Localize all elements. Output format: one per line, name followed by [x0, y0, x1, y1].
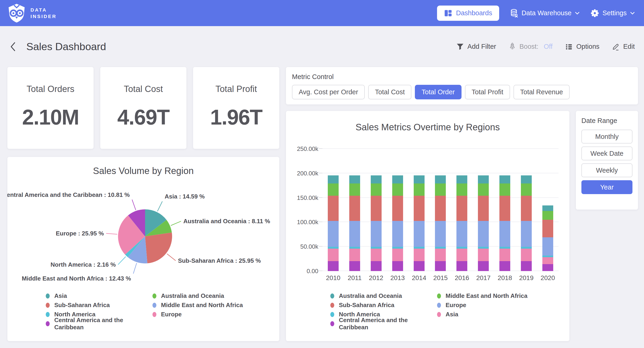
bar-segment-2017-sub-saharan-africa [478, 196, 489, 221]
date-range-button-week-date[interactable]: Week Date [582, 147, 632, 160]
y-axis-tick-label: 100.00k [297, 219, 318, 226]
bar-segment-2020-middle-east-and-north-africa [542, 211, 553, 220]
pie-slice-label-middle-east-and-north-africa: Middle East and North Africa : 12.43 % [22, 275, 131, 282]
date-range-buttons: MonthlyWeek DateWeeklyYear [582, 130, 632, 194]
bar-segment-2020-north-america [542, 256, 553, 257]
bar-segment-2016-asia [456, 249, 467, 261]
pencil-icon [612, 43, 620, 51]
bar-segment-2010-sub-saharan-africa [328, 196, 339, 221]
bar-segment-2013-sub-saharan-africa [392, 196, 403, 221]
date-range-button-weekly[interactable]: Weekly [582, 163, 632, 177]
gear-icon [591, 9, 599, 17]
filter-icon [456, 43, 464, 51]
legend-item-australia-and-oceania[interactable]: Australia and Oceania [152, 293, 243, 299]
legend-item-australia-and-oceania[interactable]: Australia and Oceania [330, 293, 437, 299]
legend-label: Australia and Oceania [339, 292, 402, 299]
bar-segment-2017-north-america [478, 247, 489, 249]
nav-item-label: Settings [602, 9, 627, 17]
page-title: Sales Dashboard [26, 41, 106, 53]
bar-segment-2010-north-america [328, 247, 339, 249]
legend-item-middle-east-and-north-africa[interactable]: Middle East and North Africa [152, 302, 243, 308]
legend-label: Australia and Oceania [161, 292, 224, 299]
legend-dot [330, 303, 334, 308]
legend-item-sub-saharan-africa[interactable]: Sub-Saharan Africa [330, 302, 437, 308]
bar-segment-2017-middle-east-and-north-africa [478, 183, 489, 196]
boost-state: Off [544, 43, 552, 50]
x-axis-tick-label: 2017 [472, 274, 494, 282]
y-axis-tick-label: 250.00k [297, 145, 318, 153]
nav-item-data-warehouse[interactable]: Data Warehouse [510, 9, 580, 18]
legend-item-asia[interactable]: Asia [437, 311, 527, 317]
metric-button-total-revenue[interactable]: Total Revenue [514, 85, 570, 99]
metric-control-label: Metric Control [292, 73, 632, 81]
x-axis-tick-label: 2016 [451, 274, 472, 282]
bar-segment-2012-australia-and-oceania [371, 175, 382, 183]
legend-dot [46, 321, 50, 326]
bar-segment-2017-australia-and-oceania [478, 175, 489, 183]
bar-chart-card: Sales Metrics Overtime by Regions 0.0050… [286, 111, 570, 341]
x-axis-tick-label: 2019 [516, 274, 537, 282]
bar-segment-2012-europe [371, 221, 382, 247]
legend-dot [330, 312, 334, 317]
legend-item-europe[interactable]: Europe [437, 302, 527, 308]
nav-item-settings[interactable]: Settings [591, 9, 635, 17]
bar-segment-2019-sub-saharan-africa [521, 196, 532, 221]
date-range-button-monthly[interactable]: Monthly [582, 130, 632, 144]
add-filter-button[interactable]: Add Filter [456, 43, 496, 51]
bar-2017 [478, 175, 489, 271]
metric-button-avg-cost-per-order[interactable]: Avg. Cost per Order [292, 85, 365, 99]
metric-button-total-cost[interactable]: Total Cost [368, 85, 412, 99]
legend-dot [46, 303, 50, 308]
bar-segment-2010-central-america-and-the-caribbean [328, 261, 339, 271]
bar-segment-2020-central-america-and-the-caribbean [542, 264, 553, 271]
legend-item-europe[interactable]: Europe [152, 311, 243, 317]
legend-label: Asia [446, 311, 458, 318]
options-button[interactable]: Options [565, 43, 600, 51]
x-axis-tick-label: 2010 [322, 274, 344, 282]
bar-chart-x-axis: 2010201120122013201420152016201720182019… [322, 274, 558, 282]
bar-2016 [456, 175, 467, 271]
bar-segment-2013-central-america-and-the-caribbean [392, 261, 403, 271]
bar-segment-2015-europe [435, 221, 446, 247]
metric-button-total-order[interactable]: Total Order [415, 85, 461, 99]
pie-slice-label-central-america-and-the-caribbean: Central America and the Caribbean : 10.8… [8, 191, 130, 198]
legend-item-central-america-and-the-caribbean[interactable]: Central America and the Caribbean [330, 320, 437, 327]
edit-button[interactable]: Edit [612, 43, 635, 51]
legend-item-central-america-and-the-caribbean[interactable]: Central America and the Caribbean [46, 320, 152, 327]
rocket-icon [509, 42, 516, 51]
owl-logo-icon [7, 3, 26, 23]
date-range-button-year[interactable]: Year [582, 180, 632, 194]
x-axis-tick-label: 2020 [537, 274, 558, 282]
bar-segment-2011-north-america [349, 247, 360, 249]
legend-label: Europe [446, 301, 466, 309]
legend-label: Asia [54, 292, 67, 299]
legend-item-sub-saharan-africa[interactable]: Sub-Saharan Africa [46, 302, 152, 308]
legend-item-asia[interactable]: Asia [46, 293, 152, 299]
nav-item-dashboards[interactable]: Dashboards [437, 6, 499, 21]
pie-slice-label-asia: Asia : 14.59 % [165, 193, 205, 200]
bar-segment-2016-central-america-and-the-caribbean [456, 261, 467, 271]
bar-segment-2011-central-america-and-the-caribbean [349, 261, 360, 271]
metric-button-total-profit[interactable]: Total Profit [465, 85, 510, 99]
pie-label-line [158, 201, 162, 211]
bar-segment-2019-middle-east-and-north-africa [521, 183, 532, 196]
bar-segment-2017-europe [478, 221, 489, 247]
legend-label: Europe [161, 311, 182, 318]
bar-segment-2020-sub-saharan-africa [542, 220, 553, 237]
back-button[interactable] [10, 42, 16, 52]
x-axis-tick-label: 2012 [366, 274, 387, 282]
bar-segment-2014-europe [414, 221, 424, 247]
legend-item-middle-east-and-north-africa[interactable]: Middle East and North Africa [437, 293, 527, 299]
bar-segment-2013-australia-and-oceania [392, 175, 403, 183]
nav-item-label: Dashboards [456, 9, 492, 17]
x-axis-tick-label: 2015 [430, 274, 451, 282]
bar-2010 [328, 175, 339, 271]
dashboard-grid-icon [444, 9, 452, 17]
boost-toggle[interactable]: Boost: Off [509, 42, 552, 51]
bar-segment-2018-middle-east-and-north-africa [500, 183, 510, 196]
bar-2020 [542, 205, 553, 271]
kpi-card-total-profit: Total Profit 1.96T [193, 67, 279, 149]
kpi-value: 1.96T [210, 105, 262, 129]
bar-segment-2017-asia [478, 249, 489, 261]
pie-slice-label-sub-saharan-africa: Sub-Saharan Africa : 25.95 % [178, 257, 261, 264]
